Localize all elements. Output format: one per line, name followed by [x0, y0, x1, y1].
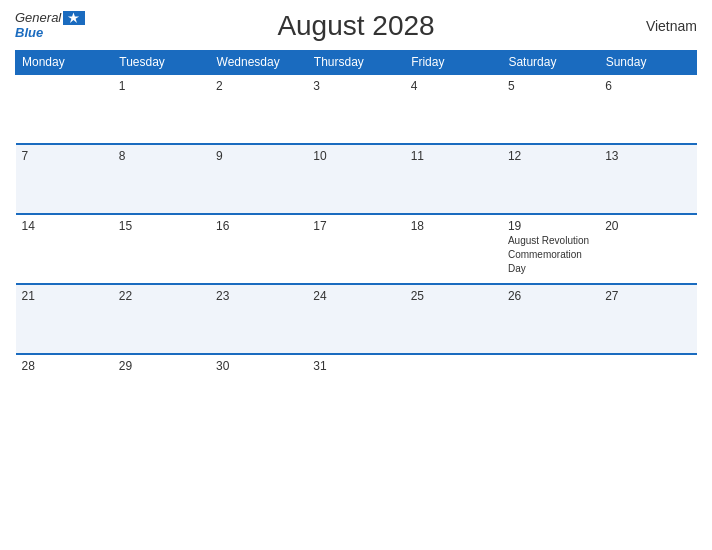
day-number: 6 — [605, 79, 690, 93]
calendar-cell: 29 — [113, 354, 210, 424]
calendar-cell: 20 — [599, 214, 696, 284]
country-label: Vietnam — [646, 18, 697, 34]
calendar-cell: 23 — [210, 284, 307, 354]
day-number: 18 — [411, 219, 496, 233]
day-number: 2 — [216, 79, 301, 93]
calendar-cell: 4 — [405, 74, 502, 144]
weekday-header-tuesday: Tuesday — [113, 51, 210, 75]
calendar-week-row: 28293031 — [16, 354, 697, 424]
calendar-cell: 13 — [599, 144, 696, 214]
calendar-cell: 24 — [307, 284, 404, 354]
day-number: 7 — [22, 149, 107, 163]
calendar-cell: 18 — [405, 214, 502, 284]
day-number: 10 — [313, 149, 398, 163]
day-number: 5 — [508, 79, 593, 93]
calendar-cell: 16 — [210, 214, 307, 284]
weekday-header-saturday: Saturday — [502, 51, 599, 75]
weekday-header-row: MondayTuesdayWednesdayThursdayFridaySatu… — [16, 51, 697, 75]
calendar-cell: 9 — [210, 144, 307, 214]
day-number: 13 — [605, 149, 690, 163]
calendar-title: August 2028 — [277, 10, 434, 42]
calendar-table: MondayTuesdayWednesdayThursdayFridaySatu… — [15, 50, 697, 424]
calendar-cell: 31 — [307, 354, 404, 424]
weekday-header-sunday: Sunday — [599, 51, 696, 75]
calendar-cell: 27 — [599, 284, 696, 354]
calendar-cell: 11 — [405, 144, 502, 214]
calendar-cell: 25 — [405, 284, 502, 354]
calendar-cell — [405, 354, 502, 424]
day-number: 23 — [216, 289, 301, 303]
day-number: 14 — [22, 219, 107, 233]
calendar-cell: 6 — [599, 74, 696, 144]
day-number: 21 — [22, 289, 107, 303]
calendar-cell: 19August Revolution Commemoration Day — [502, 214, 599, 284]
calendar-cell: 30 — [210, 354, 307, 424]
weekday-header-thursday: Thursday — [307, 51, 404, 75]
day-number: 31 — [313, 359, 398, 373]
day-number: 27 — [605, 289, 690, 303]
weekday-header-monday: Monday — [16, 51, 113, 75]
calendar-cell: 3 — [307, 74, 404, 144]
day-number: 19 — [508, 219, 593, 233]
calendar-header: General Blue August 2028 Vietnam — [15, 10, 697, 42]
day-number: 8 — [119, 149, 204, 163]
calendar-container: General Blue August 2028 Vietnam MondayT… — [0, 0, 712, 550]
calendar-cell: 10 — [307, 144, 404, 214]
day-number: 29 — [119, 359, 204, 373]
day-number: 30 — [216, 359, 301, 373]
calendar-cell: 12 — [502, 144, 599, 214]
day-number: 28 — [22, 359, 107, 373]
day-number: 11 — [411, 149, 496, 163]
day-number: 24 — [313, 289, 398, 303]
day-number: 9 — [216, 149, 301, 163]
day-number: 22 — [119, 289, 204, 303]
logo: General Blue — [15, 10, 85, 40]
calendar-cell: 7 — [16, 144, 113, 214]
calendar-cell: 17 — [307, 214, 404, 284]
logo-flag-icon — [63, 11, 85, 25]
day-number: 16 — [216, 219, 301, 233]
day-number: 25 — [411, 289, 496, 303]
calendar-cell: 21 — [16, 284, 113, 354]
logo-blue-text: Blue — [15, 25, 43, 40]
event-text: August Revolution Commemoration Day — [508, 235, 589, 274]
calendar-cell: 5 — [502, 74, 599, 144]
calendar-cell — [16, 74, 113, 144]
calendar-cell: 14 — [16, 214, 113, 284]
calendar-week-row: 78910111213 — [16, 144, 697, 214]
day-number: 15 — [119, 219, 204, 233]
calendar-cell: 2 — [210, 74, 307, 144]
weekday-header-friday: Friday — [405, 51, 502, 75]
day-number: 4 — [411, 79, 496, 93]
calendar-cell: 15 — [113, 214, 210, 284]
day-number: 3 — [313, 79, 398, 93]
day-number: 1 — [119, 79, 204, 93]
day-number: 12 — [508, 149, 593, 163]
day-number: 17 — [313, 219, 398, 233]
calendar-week-row: 141516171819August Revolution Commemorat… — [16, 214, 697, 284]
calendar-week-row: 123456 — [16, 74, 697, 144]
calendar-cell: 26 — [502, 284, 599, 354]
calendar-cell: 8 — [113, 144, 210, 214]
day-number: 20 — [605, 219, 690, 233]
calendar-cell: 28 — [16, 354, 113, 424]
day-number: 26 — [508, 289, 593, 303]
calendar-cell: 22 — [113, 284, 210, 354]
calendar-cell — [599, 354, 696, 424]
weekday-header-wednesday: Wednesday — [210, 51, 307, 75]
calendar-cell — [502, 354, 599, 424]
calendar-cell: 1 — [113, 74, 210, 144]
calendar-week-row: 21222324252627 — [16, 284, 697, 354]
logo-general-text: General — [15, 10, 61, 25]
